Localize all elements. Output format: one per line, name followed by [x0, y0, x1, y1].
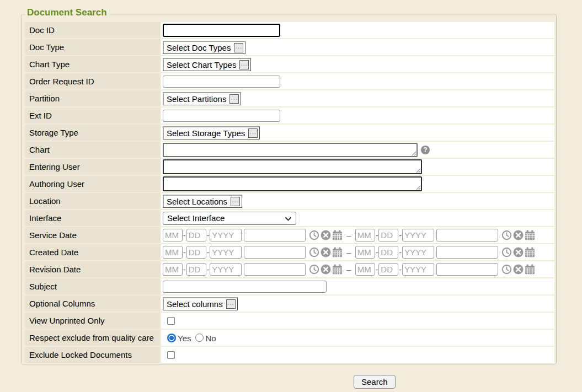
chart-type-picker-value: Select Chart Types [167, 60, 236, 69]
resize-handle-icon[interactable] [415, 185, 421, 190]
date-range-separator: – [346, 230, 351, 240]
service-end-year-input[interactable] [402, 229, 434, 241]
calendar-icon[interactable] [332, 247, 343, 257]
created-end-month-input[interactable] [355, 246, 375, 259]
service-start-month-input[interactable] [163, 229, 183, 241]
date-separator: - [183, 248, 186, 257]
clock-icon[interactable] [309, 247, 319, 257]
ext-id-input[interactable] [163, 110, 280, 122]
search-button[interactable]: Search [354, 375, 396, 389]
respect-exclude-no-label: No [205, 334, 216, 343]
respect-exclude-no-radio[interactable] [195, 334, 204, 342]
calendar-icon[interactable] [525, 230, 535, 240]
doc-type-picker-ellipsis-button[interactable]: ... [234, 43, 243, 52]
field-label-view-unprinted: View Unprinted Only [25, 313, 160, 329]
partition-picker-ellipsis-button[interactable]: ... [229, 94, 239, 104]
view-unprinted-checkbox[interactable] [167, 317, 175, 325]
clear-icon[interactable] [321, 247, 331, 257]
calendar-icon[interactable] [332, 230, 343, 240]
service-start-time-input[interactable] [244, 229, 306, 241]
clock-icon[interactable] [501, 247, 512, 257]
clock-icon[interactable] [501, 230, 512, 240]
field-label-exclude-locked: Exclude Locked Documents [25, 347, 160, 363]
respect-exclude-yes-radio[interactable] [167, 334, 176, 342]
date-separator: - [207, 231, 210, 240]
clock-icon[interactable] [309, 230, 319, 240]
field-label-order-request-id: Order Request ID [25, 73, 160, 89]
service-end-time-input[interactable] [436, 229, 498, 241]
field-label-location: Location [25, 193, 160, 209]
doc-id-input[interactable] [163, 24, 280, 37]
search-bar: Search [354, 375, 582, 389]
service-end-month-input[interactable] [355, 229, 375, 241]
row-service-date: Service Date - - – - - [25, 227, 554, 243]
field-label-respect-exclude: Respect exclude from quality care [25, 330, 160, 346]
revision-start-year-input[interactable] [210, 263, 242, 276]
service-start-day-input[interactable] [186, 229, 206, 241]
created-start-time-input[interactable] [244, 246, 306, 259]
date-separator: - [399, 265, 402, 274]
clock-icon[interactable] [501, 264, 512, 275]
calendar-icon[interactable] [332, 264, 343, 275]
clear-icon[interactable] [513, 247, 524, 257]
help-icon[interactable]: ? [421, 146, 430, 154]
date-range-separator: – [346, 265, 351, 274]
field-label-subject: Subject [25, 278, 160, 294]
exclude-locked-checkbox[interactable] [167, 351, 175, 359]
resize-handle-icon[interactable] [415, 168, 421, 173]
revision-end-time-input[interactable] [436, 263, 498, 276]
optional-columns-picker-ellipsis-button[interactable]: ... [226, 299, 236, 309]
created-end-day-input[interactable] [378, 246, 398, 259]
field-label-entering-user: Entering User [25, 159, 160, 175]
row-chart-type: Chart Type Select Chart Types ... [25, 56, 554, 72]
authoring-user-textarea[interactable] [163, 176, 422, 191]
created-end-time-input[interactable] [436, 246, 498, 259]
revision-start-time-input[interactable] [244, 263, 306, 276]
respect-exclude-radio-group: Yes No [167, 332, 221, 343]
created-start-day-input[interactable] [186, 246, 206, 259]
doc-type-picker[interactable]: Select Doc Types ... [163, 41, 245, 54]
row-partition: Partition Select Partitions ... [25, 90, 554, 106]
revision-start-month-input[interactable] [163, 263, 183, 276]
calendar-icon[interactable] [525, 247, 535, 257]
partition-picker[interactable]: Select Partitions ... [163, 92, 241, 105]
created-end-year-input[interactable] [402, 246, 434, 259]
clock-icon[interactable] [309, 264, 319, 275]
resize-handle-icon[interactable] [411, 151, 417, 156]
clear-icon[interactable] [513, 230, 524, 240]
storage-type-picker-ellipsis-button[interactable]: ... [248, 128, 258, 138]
location-picker-value: Select Locations [167, 197, 227, 206]
date-separator: - [376, 265, 378, 274]
order-request-id-input[interactable] [163, 76, 280, 88]
revision-end-day-input[interactable] [378, 263, 398, 276]
chart-type-picker-ellipsis-button[interactable]: ... [239, 60, 249, 69]
service-start-year-input[interactable] [210, 229, 242, 241]
entering-user-textarea[interactable] [163, 159, 422, 174]
location-picker[interactable]: Select Locations ... [163, 195, 242, 208]
field-label-partition: Partition [25, 90, 160, 106]
chart-textarea[interactable] [163, 143, 418, 157]
revision-end-year-input[interactable] [402, 263, 434, 276]
row-doc-id: Doc ID [25, 22, 554, 38]
created-start-month-input[interactable] [163, 246, 183, 259]
optional-columns-picker-value: Select columns [167, 299, 223, 309]
subject-input[interactable] [163, 281, 327, 293]
chart-type-picker[interactable]: Select Chart Types ... [163, 58, 251, 71]
row-storage-type: Storage Type Select Storage Types ... [25, 125, 554, 141]
row-respect-exclude: Respect exclude from quality care Yes No [25, 330, 554, 346]
revision-end-month-input[interactable] [355, 263, 375, 276]
clear-icon[interactable] [513, 264, 524, 275]
field-label-revision-date: Revision Date [25, 261, 160, 277]
clear-icon[interactable] [321, 230, 331, 240]
location-picker-ellipsis-button[interactable]: ... [231, 197, 240, 206]
created-start-year-input[interactable] [210, 246, 242, 259]
clear-icon[interactable] [321, 264, 331, 275]
field-label-doc-id: Doc ID [25, 22, 160, 38]
storage-type-picker[interactable]: Select Storage Types ... [163, 126, 260, 139]
field-label-authoring-user: Authoring User [25, 176, 160, 192]
optional-columns-picker[interactable]: Select columns ... [163, 297, 238, 310]
calendar-icon[interactable] [525, 264, 535, 275]
interface-select[interactable]: Select Interface [163, 212, 296, 225]
revision-start-day-input[interactable] [186, 263, 206, 276]
service-end-day-input[interactable] [378, 229, 398, 241]
